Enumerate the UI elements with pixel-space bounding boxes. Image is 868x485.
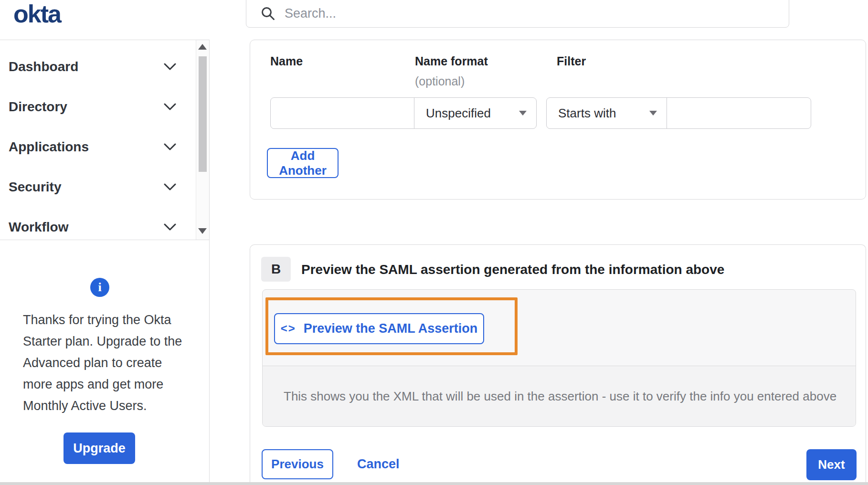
previous-button[interactable]: Previous	[262, 449, 333, 479]
sidebar-item-label: Workflow	[9, 220, 68, 235]
sidebar-divider	[209, 40, 210, 485]
name-and-format-group: Unspecified	[270, 97, 537, 129]
preview-assertion-card: B Preview the SAML assertion generated f…	[250, 244, 866, 485]
name-format-column-label: Name format	[415, 54, 488, 68]
sidebar-item-applications[interactable]: Applications	[0, 127, 210, 167]
okta-logo[interactable]: okta	[13, 0, 61, 28]
search-input[interactable]	[285, 6, 714, 21]
sidebar-item-security[interactable]: Security	[0, 167, 210, 207]
name-format-optional-label: (optional)	[415, 74, 465, 88]
trial-notice-text: Thanks for trying the Okta Starter plan.…	[23, 309, 183, 417]
window-bottom-edge	[0, 482, 868, 485]
preview-saml-assertion-button[interactable]: <> Preview the SAML Assertion	[274, 313, 484, 344]
section-b-badge: B	[261, 257, 291, 282]
chevron-down-icon	[164, 223, 176, 231]
chevron-down-icon	[164, 183, 176, 191]
caret-down-icon	[649, 111, 657, 116]
scrollbar-thumb[interactable]	[199, 56, 207, 172]
attribute-name-input[interactable]	[271, 98, 414, 128]
caret-down-icon	[519, 111, 527, 116]
chevron-down-icon	[164, 63, 176, 71]
name-column-label: Name	[270, 54, 303, 68]
sidebar-nav: Dashboard Directory Applications Securit…	[0, 40, 210, 240]
sidebar-item-directory[interactable]: Directory	[0, 87, 210, 127]
sidebar-item-label: Security	[9, 179, 62, 195]
sidebar-item-dashboard[interactable]: Dashboard	[0, 47, 210, 87]
filter-group: Starts with	[546, 97, 811, 129]
preview-panel-note-row: This shows you the XML that will be used…	[263, 366, 856, 427]
scrollbar-up-arrow[interactable]	[198, 44, 207, 50]
info-icon: i	[90, 278, 109, 297]
sidebar-item-label: Dashboard	[9, 59, 78, 74]
filter-operator-select[interactable]: Starts with	[547, 98, 667, 128]
filter-operator-selected-value: Starts with	[558, 106, 616, 121]
scrollbar-down-arrow[interactable]	[198, 228, 207, 234]
sidebar-item-workflow[interactable]: Workflow	[0, 207, 210, 247]
okta-admin-screen: okta Dashboard Directory Applications	[0, 0, 868, 485]
next-button[interactable]: Next	[806, 449, 857, 480]
code-icon: <>	[281, 322, 296, 335]
preview-button-label: Preview the SAML Assertion	[304, 321, 478, 336]
search-icon	[261, 6, 275, 21]
chevron-down-icon	[164, 103, 176, 111]
add-another-button[interactable]: Add Another	[267, 148, 339, 178]
sidebar-item-label: Directory	[9, 99, 67, 115]
chevron-down-icon	[164, 143, 176, 151]
name-format-select[interactable]: Unspecified	[414, 98, 536, 128]
filter-value-input[interactable]	[667, 98, 810, 128]
sidebar-item-label: Applications	[9, 139, 89, 155]
preview-helper-text: This shows you the XML that will be used…	[284, 389, 836, 404]
filter-column-label: Filter	[557, 54, 586, 68]
attribute-statements-card: Name Name format (optional) Filter Unspe…	[250, 40, 866, 200]
upgrade-button[interactable]: Upgrade	[64, 432, 135, 464]
global-search	[246, 0, 789, 28]
cancel-link[interactable]: Cancel	[357, 449, 400, 479]
name-format-selected-value: Unspecified	[426, 106, 491, 121]
section-b-title: Preview the SAML assertion generated fro…	[301, 262, 724, 277]
